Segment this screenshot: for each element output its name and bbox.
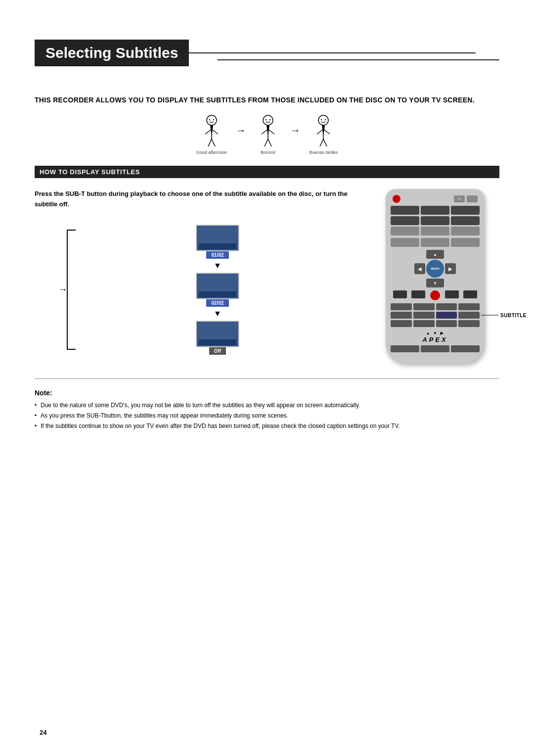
subtitle-items: 01/02 ▼ 02/02 ▼: [84, 225, 351, 355]
remote-r2-btn3[interactable]: [436, 320, 457, 327]
notes-section: Note: Due to the nature of some DVD's, y…: [35, 389, 499, 431]
remote-tv-button[interactable]: TV: [454, 195, 465, 202]
remote-btn-9[interactable]: [451, 227, 480, 236]
subtitle-label: SUBTITLE: [500, 313, 527, 318]
remote-small-btn-4[interactable]: [458, 303, 480, 310]
svg-line-24: [323, 129, 330, 134]
remote-btn-3[interactable]: [451, 206, 480, 215]
note-item-2: As you press the SUB-Tbutton, the subtit…: [35, 411, 499, 421]
remote-setup-button[interactable]: [467, 195, 478, 202]
remote-btn-8[interactable]: [421, 227, 449, 236]
left-section: Press the SUB-T button during playback t…: [35, 189, 351, 364]
remote-sub2[interactable]: [413, 312, 435, 319]
remote-bottom-row: [391, 345, 480, 352]
remote-btn-4[interactable]: [391, 216, 419, 225]
remote-btn-6[interactable]: [451, 216, 480, 225]
remote-record-button[interactable]: [430, 290, 440, 300]
svg-point-11: [269, 119, 270, 120]
figure-2-label: Bonsoir: [261, 150, 276, 155]
figure-3-label: Buenas tardes: [309, 150, 338, 155]
remote-subtitle-button[interactable]: [436, 312, 457, 319]
page-divider: [35, 378, 499, 379]
remote-r2-btn2[interactable]: [413, 320, 435, 327]
remote-r2-btn1[interactable]: [391, 320, 412, 327]
svg-line-17: [268, 139, 271, 146]
subtitle-item-3: Off: [196, 321, 239, 355]
remote-play-button[interactable]: [393, 290, 407, 298]
remote-small-btn-1[interactable]: [391, 303, 412, 310]
svg-line-26: [323, 139, 327, 146]
svg-point-0: [207, 115, 217, 125]
remote-sub1[interactable]: [391, 312, 412, 319]
remote-menu-button[interactable]: MENU: [426, 260, 444, 278]
subtitle-badge-1: 01/02: [206, 251, 228, 259]
down-arrow-2: ▼: [214, 310, 222, 318]
note-item-3: If the subtitles continue to show on you…: [35, 422, 499, 431]
figure-2: Bonsoir: [255, 114, 281, 155]
note-item-1: Due to the nature of some DVD's, you may…: [35, 401, 499, 410]
remote-skip-button[interactable]: [463, 290, 477, 298]
svg-point-2: [213, 119, 214, 120]
subtitle-screen-2: [196, 273, 239, 299]
remote-up-button[interactable]: ▲: [426, 250, 444, 259]
svg-point-9: [263, 115, 273, 125]
svg-point-18: [318, 115, 328, 125]
svg-line-14: [262, 129, 268, 134]
remote-bottom-btn2[interactable]: [421, 345, 449, 352]
svg-point-1: [209, 119, 210, 120]
svg-line-25: [320, 139, 323, 146]
remote-dpad: ▲ ◀ MENU ▶ ▼: [391, 250, 480, 287]
remote-r2-btn4[interactable]: [458, 320, 480, 327]
remote-subtitle-row: [391, 312, 480, 319]
figure-1: Good afternoon: [196, 114, 227, 155]
remote-bottom-btn3[interactable]: [451, 345, 480, 352]
subtitle-badge-2: 02/02: [206, 299, 228, 307]
main-content: Press the SUB-T button during playback t…: [35, 189, 499, 364]
svg-point-20: [325, 119, 326, 120]
remote-row-4b: [391, 320, 480, 327]
remote-btn-5[interactable]: [421, 216, 449, 225]
instruction-text: Press the SUB-T button during playback t…: [35, 189, 351, 210]
remote-small-btn-3[interactable]: [436, 303, 457, 310]
figure-1-label: Good afternoon: [196, 150, 227, 155]
svg-line-6: [212, 129, 218, 134]
arrow-2: →: [290, 125, 300, 136]
remote-right-button[interactable]: ▶: [445, 263, 456, 274]
remote-btn-1[interactable]: [391, 206, 419, 215]
remote-btn-7[interactable]: [391, 227, 419, 236]
arrow-1: →: [236, 125, 246, 136]
remote-stop-button[interactable]: [411, 290, 425, 298]
figure-3: Buenas tardes: [309, 114, 338, 155]
svg-line-16: [265, 139, 268, 146]
intro-text: THIS RECORDER ALLOWS YOU TO DISPLAY THE …: [35, 95, 499, 105]
figure-row: Good afternoon → Bonsoir →: [35, 114, 499, 155]
remote-small-btn-2[interactable]: [413, 303, 435, 310]
remote-play-controls: [391, 290, 480, 300]
subtitle-item-2: 02/02: [196, 273, 239, 307]
remote-btn-a[interactable]: [391, 238, 419, 247]
down-arrow-1: ▼: [214, 262, 222, 270]
svg-line-23: [317, 129, 323, 134]
remote-btn-b[interactable]: [421, 238, 449, 247]
remote-btn-c[interactable]: [451, 238, 480, 247]
svg-point-10: [266, 119, 267, 120]
remote-pause-button[interactable]: [445, 290, 459, 298]
remote-row-4a: [391, 303, 480, 310]
svg-line-8: [212, 139, 215, 146]
remote-number-grid: [391, 206, 480, 236]
remote-control: TV: [386, 189, 485, 364]
svg-point-19: [321, 119, 322, 120]
page-title-box: Selecting Subtitles: [35, 40, 189, 66]
subtitle-item-1: 01/02: [196, 225, 239, 259]
note-list: Due to the nature of some DVD's, you may…: [35, 401, 499, 431]
page-number: 24: [40, 729, 46, 736]
remote-btn-2[interactable]: [421, 206, 449, 215]
remote-section: TV: [371, 189, 499, 364]
remote-sub4[interactable]: [458, 312, 480, 319]
remote-power-button[interactable]: [393, 195, 400, 203]
remote-down-button[interactable]: ▼: [426, 279, 444, 287]
section-header: HOW TO DISPLAY SUBTITLES: [35, 166, 499, 178]
remote-bottom-btn1[interactable]: [391, 345, 419, 352]
remote-left-button[interactable]: ◀: [414, 263, 425, 274]
page-title: Selecting Subtitles: [45, 45, 178, 61]
